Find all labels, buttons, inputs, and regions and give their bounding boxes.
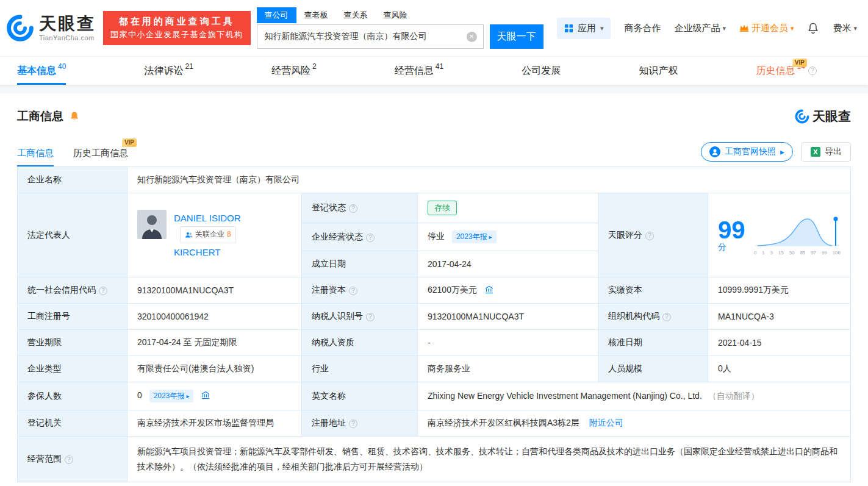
export-button[interactable]: 导出 [802,142,851,162]
reg-authority: 南京经济技术开发区市场监督管理局 [137,418,274,427]
related-companies-badge[interactable]: 关联企业 8 [180,226,236,243]
promo-banner[interactable]: 都在用的商业查询工具 国家中小企业发展子基金旗下机构 [103,11,251,45]
search-input[interactable] [257,32,483,41]
lbl-reg-status: 登记状态? [302,193,418,223]
help-icon[interactable]: ? [662,313,671,321]
badge-label: 2023年报 [456,232,487,242]
label-text: 人员规模 [608,363,642,373]
tianyancha-logo[interactable]: 天眼查 TianYanCha.com [6,14,96,42]
search-area: 查公司 查老板 查关系 查风险 × 天眼一下 [257,7,543,49]
help-icon[interactable]: ? [366,313,375,321]
legal-rep-name-line2[interactable]: KIRCHERT [174,247,220,257]
legal-rep-name[interactable]: DANIEL ISIDOR [174,213,240,223]
val-reg-capital: 62100万美元 [418,277,598,304]
arrow-right-icon: ▸ [489,234,492,240]
label-text: 工商注册号 [27,311,70,321]
nearby-companies-link[interactable]: 附近公司 [589,418,623,427]
tianyancha-logo-icon [6,14,34,42]
lbl-reg-authority: 登记机关 [18,410,127,437]
tab-label: 知识产权 [639,65,678,77]
search-button[interactable]: 天眼一下 [490,24,543,49]
val-reg-no: 320100400061942 [127,304,302,330]
label-text: 纳税人资质 [312,337,354,347]
link-label: 商务合作 [624,23,661,34]
help-icon[interactable]: ? [808,66,817,75]
search-tabs: 查公司 查老板 查关系 查风险 [257,7,543,23]
val-taxpayer-no: 91320100MA1NUCQA3T [418,304,598,330]
annual-report-badge[interactable]: 2023年报▸ [452,230,497,243]
related-companies-icon [185,231,193,239]
score-axis-labels: 0 1 3 15 50 85 97 99 100 [754,250,841,256]
val-org-code: MA1NUCQA-3 [708,304,851,330]
tab-label: 基本信息 [17,65,56,77]
tab-basic-info[interactable]: 基本信息 40 [17,57,66,85]
taxpayer-no: 91320100MA1NUCQA3T [428,312,524,321]
tab-company-development[interactable]: 公司发展 [522,57,561,85]
tab-operation-risk[interactable]: 经营风险 2 [271,57,317,85]
clear-icon[interactable]: × [467,32,477,42]
val-credit-code: 91320100MA1NUCQA3T [127,277,302,304]
tab-history-info[interactable]: VIP 历史信息 14 ? [756,57,817,85]
label-text: 企业经营状态 [312,232,363,241]
apps-grid-icon [564,24,573,33]
logo-title: 天眼查 [39,15,96,32]
lbl-credit-code: 统一社会信用代码? [18,277,127,304]
apps-menu[interactable]: 应用 ▾ [557,18,611,39]
axis-tick: 3 [770,250,773,256]
lbl-business-term: 营业期限 [18,330,127,356]
help-icon[interactable]: ? [65,456,73,464]
tab-operation-info[interactable]: 经营信息 41 [395,57,443,85]
axis-tick: 1 [762,250,764,256]
tab-intellectual-property[interactable]: 知识产权 [639,57,678,85]
lbl-english-name: 英文名称 [302,382,418,410]
credit-code: 91320100MA1NUCQA3T [137,285,234,295]
link-open-membership[interactable]: 开通会员 ▾ [739,23,794,34]
tab-label: 历史信息 [756,65,795,77]
score-unit: 分 [718,242,726,252]
help-icon[interactable]: ? [349,204,357,213]
tab-label: 经营信息 [395,65,434,77]
legal-rep-avatar[interactable] [137,210,167,239]
lbl-insured-count: 参保人数 [18,382,127,410]
label-text: 经营范围 [27,454,62,463]
search-tab-company[interactable]: 查公司 [257,7,296,23]
promo-line1: 都在用的商业查询工具 [110,16,243,27]
label-text: 纳税人识别号 [312,311,363,321]
notifications-bell-icon[interactable] [807,22,819,34]
search-tab-relation[interactable]: 查关系 [336,7,376,23]
label-text: 成立日期 [312,259,346,268]
subtab-history-business-info[interactable]: VIP 历史工商信息 [73,148,128,166]
official-snapshot-button[interactable]: 工商官网快照 ▸ [701,142,793,162]
help-icon[interactable]: ? [349,287,357,295]
val-industry: 商务服务业 [418,356,598,382]
search-tab-boss[interactable]: 查老板 [296,7,336,23]
lbl-paid-capital: 实缴资本 [598,277,708,304]
subscribe-bell-icon[interactable] [69,111,80,122]
label-text: 英文名称 [312,391,346,401]
user-menu[interactable]: 费米 ▾ [833,23,857,34]
score-number: 99分 [718,218,747,253]
link-business-cooperation[interactable]: 商务合作 [624,23,661,34]
search-tab-risk[interactable]: 查风险 [376,7,415,23]
help-icon[interactable]: ? [645,232,654,240]
help-icon[interactable]: ? [366,234,375,242]
label-text: 天眼评分 [608,230,642,240]
capital-change-record-icon[interactable] [484,285,494,295]
button-label: 导出 [825,146,842,157]
subtab-business-info[interactable]: 工商信息 [17,148,54,166]
lbl-taxpayer-no: 纳税人识别号? [302,304,418,330]
help-icon[interactable]: ? [99,287,107,295]
help-icon[interactable]: ? [349,420,357,428]
insured-history-icon[interactable] [201,390,210,400]
section-title: 工商信息 [17,109,63,124]
tab-legal-lawsuits[interactable]: 法律诉讼 21 [145,57,193,85]
taxpayer-quality: - [428,338,431,348]
link-enterprise-products[interactable]: 企业级产品 ▾ [674,23,726,34]
badge-label: 2023年报 [154,391,185,401]
axis-tick: 85 [800,250,805,256]
lbl-reg-capital: 注册资本? [302,277,418,304]
annual-report-badge[interactable]: 2023年报▸ [149,390,194,402]
business-scope: 新能源汽车项目投资管理；新能源汽车及零部件研发、销售、租赁、技术咨询、技术服务、… [137,446,838,471]
label-text: 核准日期 [608,337,642,347]
user-name: 费米 [833,23,851,34]
